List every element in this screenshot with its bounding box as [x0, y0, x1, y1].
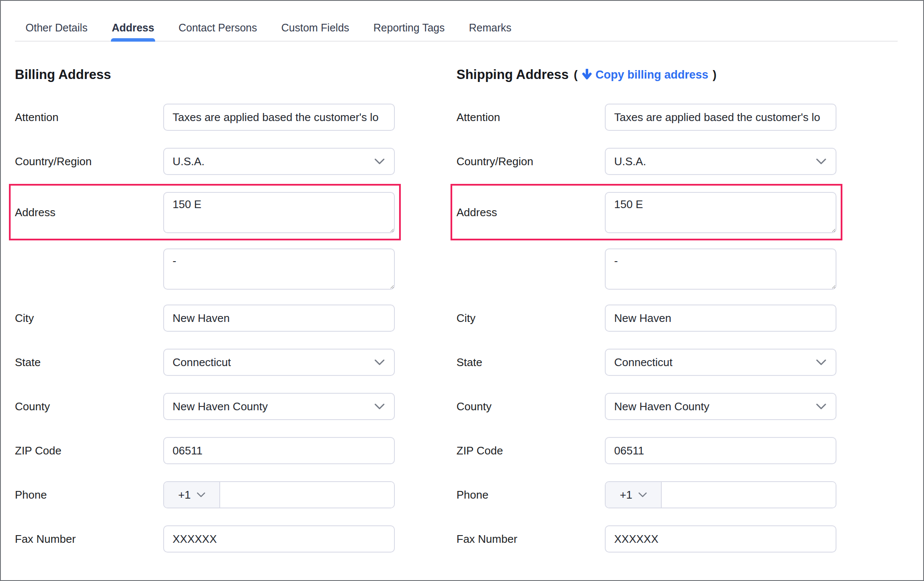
- shipping-address-row: Address 150 E: [456, 192, 836, 233]
- shipping-phone-row: Phone +1: [456, 481, 836, 508]
- shipping-city-label: City: [456, 312, 605, 325]
- tab-address[interactable]: Address: [112, 22, 154, 34]
- billing-address-row: Address 150 E: [15, 192, 395, 233]
- shipping-county-select[interactable]: New Haven County: [605, 393, 836, 420]
- billing-address-title: Billing Address: [15, 67, 395, 82]
- billing-phone-row: Phone +1: [15, 481, 395, 508]
- shipping-zip-label: ZIP Code: [456, 444, 605, 457]
- shipping-country-value: U.S.A.: [614, 155, 646, 168]
- billing-state-select[interactable]: Connecticut: [163, 349, 395, 376]
- shipping-country-select[interactable]: U.S.A.: [605, 148, 836, 175]
- shipping-zip-input[interactable]: [605, 437, 836, 464]
- billing-country-row: Country/Region U.S.A.: [15, 148, 395, 175]
- copy-billing-address-link[interactable]: Copy billing address: [582, 68, 709, 82]
- billing-address-line2-textarea[interactable]: -: [163, 248, 395, 290]
- tab-reporting-tags[interactable]: Reporting Tags: [374, 22, 445, 34]
- shipping-state-value: Connecticut: [614, 356, 672, 369]
- billing-address-line1-textarea[interactable]: 150 E: [163, 192, 395, 233]
- billing-county-select[interactable]: New Haven County: [163, 393, 395, 420]
- shipping-address-section: Shipping Address ( Copy billing address …: [456, 67, 836, 570]
- shipping-attention-label: Attention: [456, 111, 605, 124]
- chevron-down-icon: [374, 158, 385, 164]
- shipping-address-label: Address: [456, 206, 605, 219]
- shipping-address2-row: -: [456, 248, 836, 290]
- chevron-down-icon: [374, 403, 385, 409]
- billing-attention-row: Attention: [15, 104, 395, 131]
- billing-address2-row: -: [15, 248, 395, 290]
- chevron-down-icon: [816, 158, 826, 164]
- shipping-country-row: Country/Region U.S.A.: [456, 148, 836, 175]
- chevron-down-icon: [197, 492, 205, 497]
- shipping-address-line1-textarea[interactable]: 150 E: [605, 192, 836, 233]
- billing-address-section: Billing Address Attention Country/Region…: [15, 67, 395, 570]
- shipping-phone-country-code-select[interactable]: +1: [606, 482, 662, 508]
- tab-other-details[interactable]: Other Details: [26, 22, 88, 34]
- billing-attention-label: Attention: [15, 111, 163, 124]
- arrow-down-icon: [582, 69, 592, 81]
- shipping-fax-label: Fax Number: [456, 533, 605, 546]
- chevron-down-icon: [638, 492, 647, 497]
- shipping-attention-input[interactable]: [605, 104, 836, 131]
- chevron-down-icon: [816, 359, 826, 365]
- billing-county-label: County: [15, 400, 163, 413]
- shipping-county-value: New Haven County: [614, 400, 709, 413]
- shipping-fax-input[interactable]: [605, 525, 836, 553]
- billing-phone-input[interactable]: [220, 482, 394, 508]
- shipping-county-label: County: [456, 400, 605, 413]
- address-content: Billing Address Attention Country/Region…: [1, 42, 923, 570]
- billing-zip-label: ZIP Code: [15, 444, 163, 457]
- billing-state-label: State: [15, 356, 163, 369]
- shipping-state-row: State Connecticut: [456, 349, 836, 376]
- billing-fax-label: Fax Number: [15, 533, 163, 546]
- billing-city-label: City: [15, 312, 163, 325]
- billing-city-input[interactable]: [163, 305, 395, 332]
- chevron-down-icon: [374, 359, 385, 365]
- billing-county-row: County New Haven County: [15, 393, 395, 420]
- billing-fax-row: Fax Number: [15, 525, 395, 553]
- tab-address-label: Address: [112, 22, 154, 34]
- shipping-fax-row: Fax Number: [456, 525, 836, 553]
- shipping-attention-row: Attention: [456, 104, 836, 131]
- shipping-state-select[interactable]: Connecticut: [605, 349, 836, 376]
- billing-state-row: State Connecticut: [15, 349, 395, 376]
- tab-bar: Other Details Address Contact Persons Cu…: [1, 1, 923, 42]
- billing-state-value: Connecticut: [173, 356, 231, 369]
- billing-attention-input[interactable]: [163, 104, 395, 131]
- billing-zip-input[interactable]: [163, 437, 395, 464]
- billing-country-select[interactable]: U.S.A.: [163, 148, 395, 175]
- paren-open: (: [574, 68, 578, 82]
- shipping-zip-row: ZIP Code: [456, 437, 836, 464]
- shipping-state-label: State: [456, 356, 605, 369]
- shipping-address-title: Shipping Address ( Copy billing address …: [456, 67, 836, 82]
- shipping-phone-country-code: +1: [620, 488, 632, 502]
- billing-country-label: Country/Region: [15, 155, 163, 168]
- paren-close: ): [713, 68, 717, 82]
- billing-zip-row: ZIP Code: [15, 437, 395, 464]
- shipping-address-line2-textarea[interactable]: -: [605, 248, 836, 290]
- billing-city-row: City: [15, 305, 395, 332]
- active-tab-underline: [111, 38, 155, 42]
- shipping-city-row: City: [456, 305, 836, 332]
- shipping-phone-label: Phone: [456, 488, 605, 502]
- billing-county-value: New Haven County: [173, 400, 268, 413]
- copy-billing-address-label: Copy billing address: [595, 68, 709, 82]
- shipping-phone-input[interactable]: [662, 482, 836, 508]
- billing-phone-label: Phone: [15, 488, 163, 502]
- billing-phone-country-code-select[interactable]: +1: [164, 482, 220, 508]
- tab-contact-persons[interactable]: Contact Persons: [179, 22, 257, 34]
- billing-country-value: U.S.A.: [173, 155, 204, 168]
- address-form-page: Other Details Address Contact Persons Cu…: [0, 0, 924, 581]
- shipping-title-text: Shipping Address: [456, 67, 569, 82]
- tab-remarks[interactable]: Remarks: [469, 22, 511, 34]
- shipping-country-label: Country/Region: [456, 155, 605, 168]
- tab-custom-fields[interactable]: Custom Fields: [281, 22, 349, 34]
- shipping-city-input[interactable]: [605, 305, 836, 332]
- billing-fax-input[interactable]: [163, 525, 395, 553]
- billing-phone-country-code: +1: [178, 488, 191, 502]
- billing-address-label: Address: [15, 206, 163, 219]
- shipping-county-row: County New Haven County: [456, 393, 836, 420]
- chevron-down-icon: [816, 403, 826, 409]
